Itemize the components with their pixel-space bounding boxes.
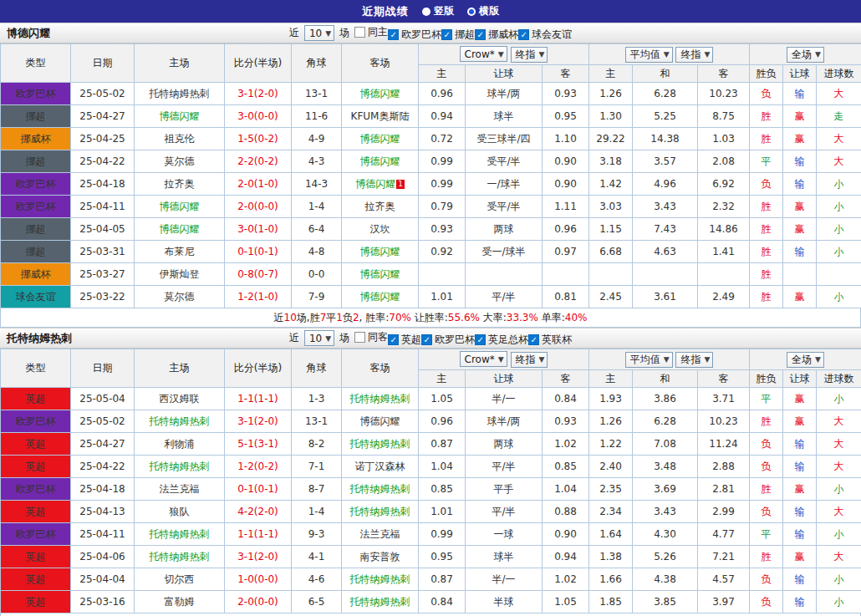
filter-checkbox-英联杯[interactable]: ✓英联杯: [528, 333, 572, 347]
avg-draw: 3.61: [633, 286, 698, 308]
avg-away: 2.32: [698, 196, 750, 218]
home-team-name[interactable]: 祖克伦: [165, 133, 195, 145]
layout-radio-horizontal[interactable]: 横版: [467, 4, 499, 18]
home-team-name[interactable]: 利物浦: [165, 438, 195, 450]
avg-draw: 14.38: [633, 128, 698, 150]
fulltime-select[interactable]: 全场▼: [787, 47, 824, 63]
home-team-name[interactable]: 托特纳姆热刺: [150, 551, 210, 563]
away-team-name[interactable]: 托特纳姆热刺: [350, 573, 410, 585]
final-odds-select-2[interactable]: 终指▼: [675, 352, 713, 368]
result-value: 平: [750, 388, 783, 410]
filter-bar: 近 10 ▼ 场 同主✓欧罗巴杯✓挪超✓挪威杯✓球会友谊: [289, 25, 572, 42]
filter-checkbox-球会友谊[interactable]: ✓球会友谊: [518, 28, 572, 42]
home-team-name[interactable]: 拉齐奥: [165, 178, 195, 190]
layout-radio-vertical[interactable]: 竖版: [422, 4, 454, 18]
home-team-name[interactable]: 托特纳姆热刺: [150, 88, 210, 99]
recent-count-select[interactable]: 10 ▼: [304, 330, 334, 346]
final-odds-select[interactable]: 终指▼: [511, 352, 548, 368]
home-team-name[interactable]: 博德闪耀: [160, 110, 200, 122]
filter-checkbox-欧罗巴杯[interactable]: ✓欧罗巴杯: [421, 333, 475, 347]
home-team-cell: 莫尔德: [135, 150, 225, 173]
avg-home: 1.26: [589, 410, 633, 433]
home-team-cell: 托特纳姆热刺: [135, 456, 225, 478]
away-team-cell: 托特纳姆热刺: [342, 501, 419, 523]
home-team-name[interactable]: 托特纳姆热刺: [150, 461, 210, 472]
away-team-name[interactable]: 托特纳姆热刺: [350, 483, 410, 495]
score: 3-0(0-0): [225, 105, 292, 128]
score: 3-1(2-0): [225, 410, 292, 433]
home-team-name[interactable]: 博德闪耀: [160, 201, 200, 212]
home-team-name[interactable]: 托特纳姆热刺: [150, 528, 210, 540]
result-value: 胜: [750, 478, 783, 501]
away-team-name[interactable]: 博德闪耀: [360, 268, 400, 280]
corner-score: 7-9: [292, 286, 342, 308]
away-team-name[interactable]: 托特纳姆热刺: [350, 393, 410, 405]
away-team-name[interactable]: 诺丁汉森林: [355, 461, 405, 472]
home-team-name[interactable]: 莫尔德: [165, 291, 195, 303]
recent-count-select[interactable]: 10 ▼: [304, 25, 334, 41]
bookmaker-select[interactable]: Crow*▼: [460, 46, 507, 62]
avg-draw: 6.28: [633, 83, 698, 105]
filter-checkbox-英足总杯[interactable]: ✓英足总杯: [475, 333, 528, 347]
corner-score: 9-3: [292, 523, 342, 546]
filter-checkbox-欧罗巴杯[interactable]: ✓欧罗巴杯: [388, 28, 441, 42]
filter-checkbox-英超[interactable]: ✓英超: [388, 333, 421, 347]
filter-checkbox-挪威杯[interactable]: ✓挪威杯: [475, 28, 518, 42]
league-badge: 挪超: [1, 218, 71, 241]
page-title: 近期战绩: [362, 4, 409, 19]
away-team-cell: 博德闪耀: [342, 263, 419, 286]
col-type: 类型: [1, 44, 71, 83]
final-odds-select-2[interactable]: 终指▼: [675, 47, 713, 63]
away-team-name[interactable]: 博德闪耀: [360, 415, 400, 427]
bookmaker-select[interactable]: Crow*▼: [460, 351, 507, 367]
filter-suffix-label: 场: [339, 26, 349, 40]
corner-score: 14-3: [292, 173, 342, 196]
goals-result-value: 大: [817, 501, 861, 523]
avg-home: 2.35: [589, 478, 633, 501]
home-team-name[interactable]: 法兰克福: [160, 483, 200, 495]
corner-score: 8-7: [292, 478, 342, 501]
filter-checkbox-挪超[interactable]: ✓挪超: [441, 28, 475, 42]
away-team-name[interactable]: 博德闪耀: [360, 88, 400, 99]
average-group-header: 平均值▼ 终指▼: [589, 349, 750, 370]
away-team-name[interactable]: 托特纳姆热刺: [350, 506, 410, 517]
average-value: 平均值: [630, 353, 660, 367]
goals-result-value: 小: [817, 568, 861, 591]
handicap-result-value: 赢: [783, 286, 817, 308]
away-team-name[interactable]: 博德闪耀: [355, 178, 395, 190]
home-team-name[interactable]: 富勒姆: [165, 596, 195, 608]
scope-group-header: 全场▼: [750, 44, 861, 65]
home-team-name[interactable]: 西汉姆联: [160, 393, 200, 405]
home-team-name[interactable]: 布莱尼: [165, 246, 195, 257]
away-team-name[interactable]: 博德闪耀: [360, 155, 400, 167]
home-team-name[interactable]: 狼队: [170, 506, 190, 517]
final-odds-value: 终指: [516, 48, 536, 62]
col-handicap-result: 让球: [783, 370, 817, 388]
chevron-down-icon: ▼: [704, 355, 710, 364]
away-team-name[interactable]: 托特纳姆热刺: [350, 438, 410, 450]
away-team-name[interactable]: 博德闪耀: [360, 133, 400, 145]
away-team-name[interactable]: 博德闪耀: [360, 291, 400, 303]
score: 1-2(0-2): [225, 456, 292, 478]
section-header: 托特纳姆热刺 近 10 ▼ 场 同客✓英超✓欧罗巴杯✓英足总杯✓英联杯: [0, 328, 861, 349]
filter-checkbox-同客[interactable]: 同客: [354, 330, 388, 344]
away-team-name[interactable]: 博德闪耀: [360, 246, 400, 257]
home-team-name[interactable]: 伊斯灿登: [160, 268, 200, 280]
fulltime-value: 全场: [792, 48, 812, 62]
home-team-name[interactable]: 切尔西: [165, 573, 195, 585]
away-team-name[interactable]: 南安普敦: [360, 551, 400, 563]
away-team-name[interactable]: 汉坎: [370, 223, 390, 235]
home-team-name[interactable]: 莫尔德: [165, 155, 195, 167]
final-odds-select[interactable]: 终指▼: [511, 47, 548, 63]
average-select[interactable]: 平均值▼: [625, 352, 673, 368]
home-team-name[interactable]: 博德闪耀: [160, 223, 200, 235]
away-team-name[interactable]: KFUM奥斯陆: [351, 110, 410, 122]
filter-checkbox-同主[interactable]: 同主: [354, 25, 388, 39]
home-team-name[interactable]: 托特纳姆热刺: [150, 415, 210, 427]
fulltime-select[interactable]: 全场▼: [787, 352, 824, 368]
away-team-name[interactable]: 拉齐奥: [365, 201, 395, 212]
average-select[interactable]: 平均值▼: [625, 47, 673, 63]
avg-home: 29.22: [589, 128, 633, 150]
away-team-name[interactable]: 托特纳姆热刺: [350, 596, 410, 608]
away-team-name[interactable]: 法兰克福: [360, 528, 400, 540]
